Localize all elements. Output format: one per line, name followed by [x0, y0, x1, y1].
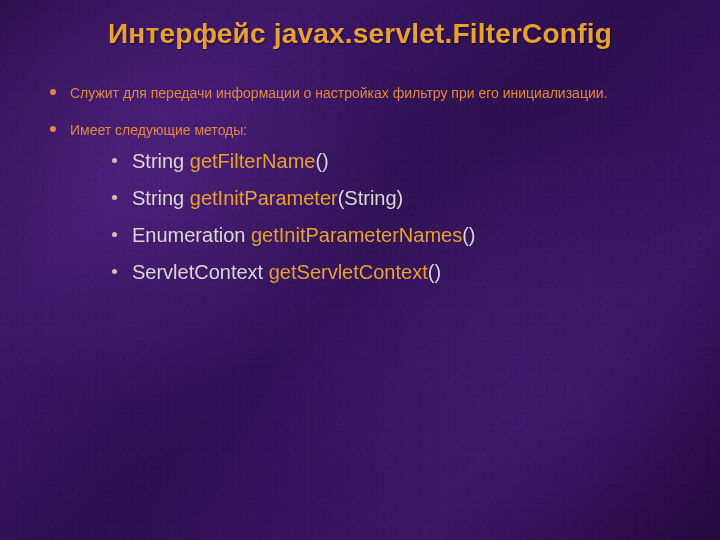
method-item: ServletContext getServletContext(): [110, 259, 680, 286]
method-return: String: [132, 187, 184, 209]
method-parens-close: ): [322, 150, 329, 172]
top-bullet-list: Служит для передачи информации о настрой…: [40, 84, 680, 286]
bullet-methods-intro: Имеет следующие методы:: [70, 122, 247, 138]
slide: Интерфейс javax.servlet.FilterConfig Слу…: [0, 0, 720, 540]
method-name: getInitParameterNames: [251, 224, 462, 246]
methods-list: String getFilterName() String getInitPar…: [70, 148, 680, 286]
method-return: Enumeration: [132, 224, 245, 246]
bullet-intro: Служит для передачи информации о настрой…: [46, 84, 680, 103]
method-return: ServletContext: [132, 261, 263, 283]
method-parens-close: ): [469, 224, 476, 246]
method-return: String: [132, 150, 184, 172]
method-args: String: [344, 187, 396, 209]
method-parens-close: ): [434, 261, 441, 283]
bullet-methods: Имеет следующие методы: String getFilter…: [46, 121, 680, 286]
slide-title: Интерфейс javax.servlet.FilterConfig: [40, 18, 680, 50]
method-parens: (: [462, 224, 469, 246]
method-item: String getInitParameter(String): [110, 185, 680, 212]
method-item: Enumeration getInitParameterNames(): [110, 222, 680, 249]
method-parens-close: ): [397, 187, 404, 209]
method-item: String getFilterName(): [110, 148, 680, 175]
bullet-intro-text: Служит для передачи информации о настрой…: [70, 85, 607, 101]
method-name: getFilterName: [190, 150, 316, 172]
method-name: getInitParameter: [190, 187, 338, 209]
method-name: getServletContext: [269, 261, 428, 283]
